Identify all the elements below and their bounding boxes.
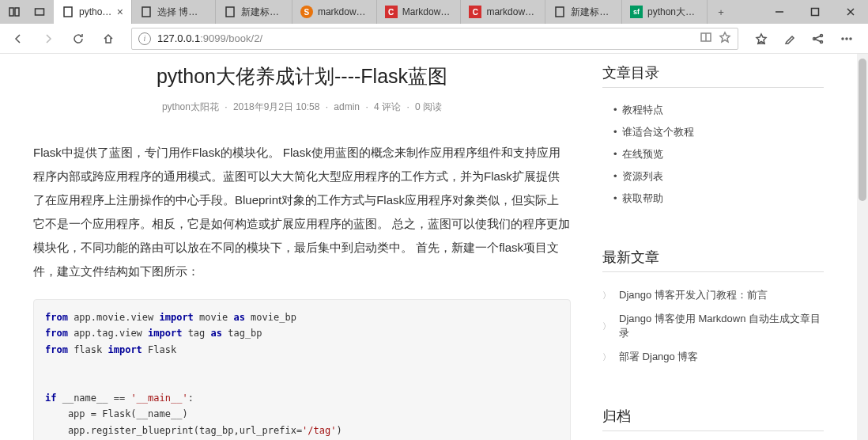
archive-heading: 归档 <box>602 407 824 431</box>
browser-tab[interactable]: Cmarkdown语; <box>461 0 545 24</box>
svg-rect-5 <box>226 7 234 17</box>
svg-rect-2 <box>36 9 44 15</box>
notes-button[interactable] <box>776 25 803 52</box>
toc-item[interactable]: •在线预览 <box>602 143 824 165</box>
scroll-thumb[interactable] <box>859 59 866 201</box>
chevron-right-icon: 〉 <box>602 321 611 332</box>
chevron-right-icon: 〉 <box>602 351 611 363</box>
tab-label: python大佬养 <box>647 6 699 19</box>
share-button[interactable] <box>805 25 832 52</box>
svg-point-17 <box>842 38 843 40</box>
toc-item[interactable]: •教程特点 <box>602 99 824 121</box>
minimize-button[interactable] <box>761 0 797 24</box>
tab-label: 新建标签页 <box>241 6 284 19</box>
home-button[interactable] <box>95 25 122 52</box>
sys-tabs-icon[interactable] <box>3 1 25 23</box>
close-window-button[interactable] <box>832 0 868 24</box>
tab-label: 选择 博客 来! <box>157 6 207 19</box>
tab-favicon <box>224 6 236 18</box>
tab-label: python大 <box>79 6 112 19</box>
toc-item[interactable]: •获取帮助 <box>602 188 824 210</box>
tab-label: markdown语; <box>318 6 368 19</box>
sys-window-icon[interactable] <box>28 1 51 23</box>
toc-item[interactable]: •资源列表 <box>602 165 824 188</box>
tab-favicon <box>553 6 566 18</box>
tab-favicon <box>62 6 74 18</box>
svg-rect-4 <box>142 7 150 17</box>
article-paragraph: Flask中提供了蓝图，专门用作Flask的模块化。 Flask使用蓝图的概念来… <box>33 141 571 283</box>
titlebar: python大×选择 博客 来!新建标签页Smarkdown语;CMarkdow… <box>0 0 868 24</box>
tab-label: markdown语; <box>486 6 537 19</box>
tab-favicon: sf <box>630 6 643 18</box>
forward-button[interactable] <box>35 25 62 52</box>
close-tab-icon[interactable]: × <box>117 6 123 18</box>
new-tab-button[interactable]: + <box>708 0 734 24</box>
address-bar[interactable]: i 127.0.0.1:9099/book/2/ <box>131 28 738 50</box>
toc-item[interactable]: •谁适合这个教程 <box>602 121 824 143</box>
browser-tab[interactable]: Smarkdown语; <box>292 0 377 24</box>
browser-tab[interactable]: 新建标签页 <box>216 0 292 24</box>
tab-label: 新建标签页 <box>571 6 613 19</box>
article-title: python大佬养成计划----Flask蓝图 <box>33 63 571 89</box>
latest-article-link[interactable]: 〉部署 Django 博客 <box>602 345 824 369</box>
browser-tab[interactable]: python大× <box>54 0 132 24</box>
code-block: from app.movie.view import movie as movi… <box>33 299 571 440</box>
favorites-button[interactable] <box>748 25 775 52</box>
article-main: python大佬养成计划----Flask蓝图 python太阳花 · 2018… <box>33 63 587 440</box>
reader-mode-icon[interactable] <box>700 31 712 46</box>
tab-favicon: C <box>469 6 481 18</box>
back-button[interactable] <box>5 25 32 52</box>
chevron-right-icon: 〉 <box>602 290 611 302</box>
sidebar: 文章目录 •教程特点•谁适合这个教程•在线预览•资源列表•获取帮助 最新文章 〉… <box>587 63 824 440</box>
latest-article-link[interactable]: 〉Django 博客开发入门教程：前言 <box>602 283 824 307</box>
tab-favicon: S <box>300 6 313 18</box>
latest-heading: 最新文章 <box>602 248 824 272</box>
favorite-icon[interactable] <box>719 31 731 46</box>
browser-tab[interactable]: 选择 博客 来! <box>132 0 216 24</box>
article-meta: python太阳花 · 2018年9月2日 10:58 · admin · 4 … <box>33 101 571 114</box>
svg-rect-6 <box>556 7 564 17</box>
more-button[interactable] <box>833 25 860 52</box>
svg-point-18 <box>846 38 847 40</box>
latest-article-link[interactable]: 〉Django 博客使用 Markdown 自动生成文章目录 <box>602 307 824 345</box>
site-info-icon[interactable]: i <box>138 32 151 45</box>
toc-heading: 文章目录 <box>602 63 824 88</box>
browser-tab[interactable]: CMarkdown 语 <box>377 0 462 24</box>
svg-rect-8 <box>811 9 818 16</box>
svg-rect-1 <box>15 8 19 16</box>
browser-tab[interactable]: 新建标签页 <box>545 0 622 24</box>
scrollbar[interactable] <box>857 54 868 440</box>
tab-label: Markdown 语 <box>402 6 453 19</box>
browser-tab[interactable]: sfpython大佬养 <box>622 0 708 24</box>
tab-favicon <box>140 6 153 18</box>
maximize-button[interactable] <box>797 0 832 24</box>
svg-rect-3 <box>64 7 72 17</box>
svg-rect-0 <box>9 8 13 16</box>
toolbar: i 127.0.0.1:9099/book/2/ <box>0 24 868 54</box>
url-text: 127.0.0.1:9099/book/2/ <box>157 32 693 44</box>
tab-favicon: C <box>385 6 398 18</box>
svg-point-19 <box>850 38 851 40</box>
refresh-button[interactable] <box>65 25 92 52</box>
